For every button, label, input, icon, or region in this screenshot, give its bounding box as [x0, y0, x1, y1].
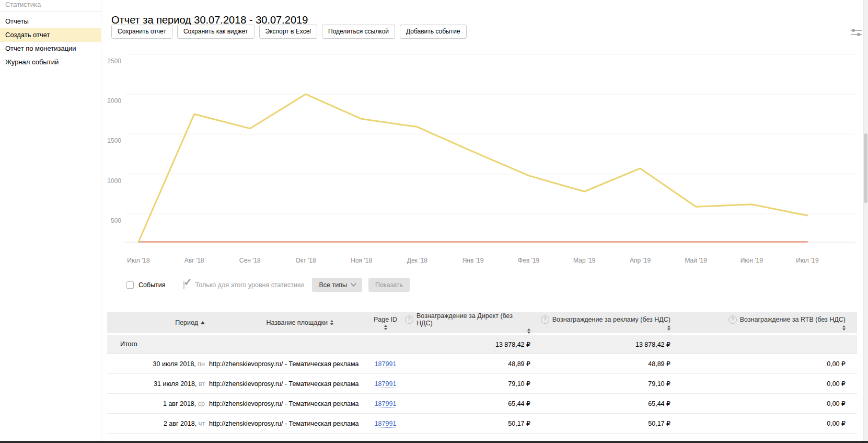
page-id-link[interactable]: 187991: [375, 400, 397, 408]
help-icon[interactable]: ?: [728, 315, 737, 324]
sort-icon: [330, 320, 333, 325]
x-axis-label: Июл '18: [127, 257, 150, 264]
x-axis-label: Ноя '18: [351, 257, 372, 264]
weekday-label: чт: [196, 420, 205, 427]
column-header[interactable]: Период: [107, 312, 209, 333]
sidebar-item[interactable]: Создать отчет: [0, 28, 101, 42]
check-icon: ✓: [184, 276, 192, 288]
x-axis-label: Сен '18: [239, 257, 261, 264]
events-checkbox[interactable]: [126, 281, 134, 289]
sidebar-item[interactable]: Журнал событий: [0, 55, 101, 69]
site-cell: http://zhenskievoprosy.ru/ - Тематическа…: [209, 380, 366, 388]
ads-reward-cell: 79,10 ₽: [533, 380, 673, 388]
page-id-cell: 187991: [366, 400, 405, 407]
sort-icon: [527, 328, 530, 334]
site-cell: http://zhenskievoprosy.ru/ - Тематическа…: [209, 400, 366, 407]
totals-ads: 13 878,42 ₽: [533, 340, 673, 348]
bottom-edge-strip: [0, 441, 868, 443]
action-button[interactable]: Сохранить отчет: [111, 25, 172, 39]
page-id-cell: 187991: [366, 380, 405, 388]
x-axis-label: Окт '18: [295, 257, 316, 264]
period-cell: 2 авг 2018, чт: [107, 420, 209, 427]
table-totals-row: Итого 13 878,42 ₽ 13 878,42 ₽: [107, 335, 857, 354]
x-axis-label: Фев '19: [518, 257, 539, 264]
scrollbar-thumb[interactable]: [864, 133, 867, 203]
rtb-reward-cell: 0,00 ₽: [673, 400, 857, 407]
sidebar: Статистика ОтчетыСоздать отчетОтчет по м…: [0, 0, 101, 443]
column-header[interactable]: Название площадки: [209, 312, 366, 333]
sidebar-item[interactable]: Отчет по монетизации: [0, 42, 101, 55]
totals-direct: 13 878,42 ₽: [405, 340, 533, 348]
page-id-link[interactable]: 187991: [375, 360, 397, 368]
y-axis-label: 1000: [107, 177, 121, 185]
help-icon[interactable]: ?: [541, 315, 549, 324]
sidebar-item[interactable]: Отчеты: [0, 15, 101, 28]
rtb-reward-cell: 0,00 ₽: [673, 360, 857, 368]
period-cell: 1 авг 2018, ср: [107, 400, 209, 407]
ads-reward-cell: 48,89 ₽: [533, 360, 673, 368]
direct-reward-cell: 50,17 ₽: [405, 419, 533, 427]
level-checkbox-box[interactable]: [183, 281, 184, 289]
totals-label: Итого: [107, 340, 209, 348]
site-cell: http://zhenskievoprosy.ru/ - Тематическа…: [209, 420, 366, 427]
action-button[interactable]: Сохранить как виджет: [177, 25, 254, 39]
ads-reward-cell: 50,17 ₽: [533, 419, 673, 427]
direct-reward-cell: 79,10 ₽: [405, 380, 533, 388]
weekday-label: пн: [196, 360, 205, 368]
column-header-label: Вознаграждение за рекламу (без НДС): [552, 316, 670, 323]
chart-settings-icon[interactable]: [850, 27, 863, 38]
chevron-down-icon: [351, 281, 356, 287]
table-row: 31 июля 2018, втhttp://zhenskievoprosy.r…: [107, 374, 857, 394]
column-header[interactable]: ?Вознаграждение за рекламу (без НДС): [533, 312, 673, 333]
x-axis-label: Июл '19: [796, 257, 819, 264]
action-button[interactable]: Добавить событие: [400, 25, 467, 39]
x-axis-label: Дек '18: [407, 257, 427, 264]
sort-icon: [667, 325, 670, 331]
x-axis-label: Мар '19: [573, 257, 596, 264]
sidebar-section-label: Статистика: [0, 0, 101, 12]
event-types-dropdown[interactable]: Все типы: [312, 278, 362, 292]
scrollbar-track[interactable]: [863, 0, 868, 443]
direct-reward-cell: 48,89 ₽: [405, 360, 533, 368]
table-header-row: ПериодНазвание площадкиPage ID?Вознаграж…: [107, 312, 857, 335]
y-axis-label: 500: [111, 217, 121, 224]
x-axis-label: Авг '18: [184, 257, 204, 264]
sidebar-nav: ОтчетыСоздать отчетОтчет по монетизацииЖ…: [0, 15, 101, 69]
x-axis-label: Июн '19: [740, 257, 763, 264]
column-header[interactable]: Page ID: [366, 312, 405, 333]
event-types-dropdown-value: Все типы: [319, 281, 346, 289]
rtb-reward-cell: 0,00 ₽: [673, 419, 857, 427]
help-icon[interactable]: ?: [405, 315, 413, 324]
weekday-label: ср: [196, 400, 205, 407]
events-controls: События ✓ Только для этого уровня статис…: [126, 278, 410, 292]
column-header-label: Вознаграждение за RTB (без НДС): [740, 316, 846, 323]
y-axis-label: 1500: [107, 137, 121, 144]
sort-icon: [384, 325, 387, 330]
ads-reward-cell: 65,44 ₽: [533, 400, 673, 407]
x-axis-label: Май '19: [685, 257, 707, 264]
x-axis-label: Апр '19: [630, 257, 651, 264]
column-header-label: Page ID: [374, 316, 397, 323]
action-button[interactable]: Поделиться ссылкой: [322, 25, 395, 39]
show-events-button[interactable]: Показать: [368, 278, 410, 292]
sidebar-divider: [0, 12, 101, 12]
action-button[interactable]: Экспорт в Excel: [259, 25, 317, 39]
column-header[interactable]: ?Вознаграждение за RTB (без НДС): [673, 312, 857, 333]
report-actions: Сохранить отчетСохранить как виджетЭкспо…: [111, 25, 467, 39]
level-checkbox[interactable]: ✓: [183, 281, 191, 289]
report-line-chart: 5001000150020002500Июл '18Авг '18Сен '18…: [107, 50, 862, 265]
page-id-cell: 187991: [366, 360, 405, 368]
site-cell: http://zhenskievoprosy.ru/ - Тематическа…: [209, 360, 366, 368]
table-row: 1 авг 2018, срhttp://zhenskievoprosy.ru/…: [107, 394, 857, 414]
page-id-link[interactable]: 187991: [375, 420, 397, 428]
page-id-link[interactable]: 187991: [375, 380, 397, 388]
table-row: 30 июля 2018, пнhttp://zhenskievoprosy.r…: [107, 354, 857, 374]
page-id-cell: 187991: [366, 420, 405, 427]
column-header-label: Период: [175, 319, 198, 326]
events-checkbox-label: События: [138, 281, 166, 289]
table-body: 30 июля 2018, пнhttp://zhenskievoprosy.r…: [107, 354, 857, 443]
y-axis-label: 2000: [107, 97, 121, 105]
weekday-label: вт: [196, 380, 205, 388]
column-header-label: Название площадки: [267, 319, 328, 326]
column-header[interactable]: ?Вознаграждение за Директ (без НДС): [405, 312, 533, 333]
